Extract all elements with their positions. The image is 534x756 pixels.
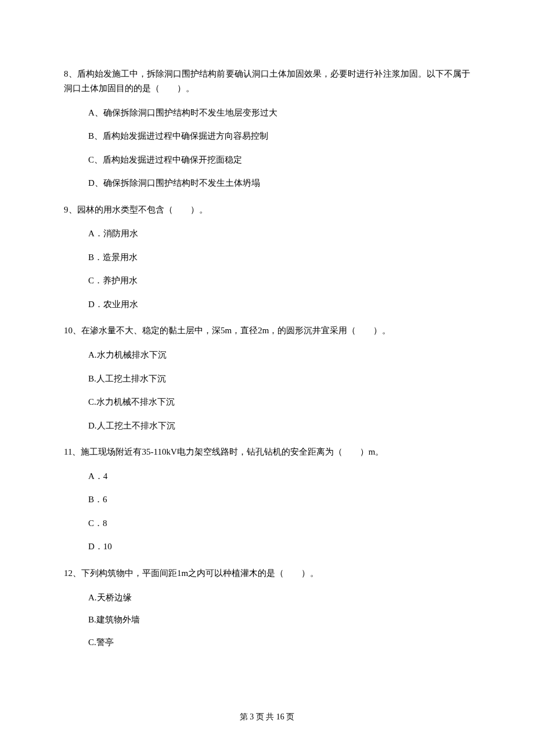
- option-d: D．10: [88, 540, 470, 553]
- question-body: 施工现场附近有35-110kV电力架空线路时，钻孔钻机的安全距离为（ ）m。: [81, 447, 384, 456]
- question-number: 12、: [64, 568, 81, 578]
- question-10: 10、在渗水量不大、稳定的黏土层中，深5m，直径2m，的圆形沉井宜采用（ ）。 …: [64, 323, 470, 432]
- option-a: A.水力机械排水下沉: [88, 348, 470, 362]
- option-c: C.水力机械不排水下沉: [88, 395, 470, 409]
- question-body: 在渗水量不大、稳定的黏土层中，深5m，直径2m，的圆形沉井宜采用（ ）。: [81, 326, 391, 335]
- question-11: 11、施工现场附近有35-110kV电力架空线路时，钻孔钻机的安全距离为（ ）m…: [64, 445, 470, 553]
- question-8: 8、盾构始发施工中，拆除洞口围护结构前要确认洞口土体加固效果，必要时进行补注浆加…: [64, 67, 470, 190]
- option-c: C.警亭: [88, 636, 470, 649]
- options: A．消防用水 B．造景用水 C．养护用水 D．农业用水: [64, 227, 470, 311]
- question-12: 12、下列构筑物中，平面间距1m之内可以种植灌木的是（ ）。 A.天桥边缘 B.…: [64, 566, 470, 649]
- option-d: D．农业用水: [88, 298, 470, 311]
- option-a: A、确保拆除洞口围护结构时不发生地层变形过大: [88, 106, 470, 120]
- options: A、确保拆除洞口围护结构时不发生地层变形过大 B、盾构始发掘进过程中确保掘进方向…: [64, 106, 470, 190]
- option-c: C、盾构始发掘进过程中确保开挖面稳定: [88, 153, 470, 167]
- options: A.水力机械排水下沉 B.人工挖土排水下沉 C.水力机械不排水下沉 D.人工挖土…: [64, 348, 470, 432]
- option-a: A．4: [88, 470, 470, 483]
- question-text: 8、盾构始发施工中，拆除洞口围护结构前要确认洞口土体加固效果，必要时进行补注浆加…: [64, 67, 470, 96]
- page-footer: 第 3 页 共 16 页: [0, 712, 534, 722]
- option-b: B.人工挖土排水下沉: [88, 372, 470, 386]
- question-text: 9、园林的用水类型不包含（ ）。: [64, 203, 470, 217]
- option-d: D.人工挖土不排水下沉: [88, 419, 470, 433]
- options: A．4 B．6 C．8 D．10: [64, 470, 470, 553]
- option-d: D、确保拆除洞口围护结构时不发生土体坍塌: [88, 177, 470, 190]
- option-b: B.建筑物外墙: [88, 613, 470, 627]
- page-content: 8、盾构始发施工中，拆除洞口围护结构前要确认洞口土体加固效果，必要时进行补注浆加…: [0, 0, 534, 649]
- option-b: B、盾构始发掘进过程中确保掘进方向容易控制: [88, 129, 470, 143]
- option-a: A．消防用水: [88, 227, 470, 240]
- question-body: 盾构始发施工中，拆除洞口围护结构前要确认洞口土体加固效果，必要时进行补注浆加固。…: [64, 69, 470, 93]
- option-c: C．8: [88, 517, 470, 530]
- option-b: B．6: [88, 493, 470, 506]
- question-number: 8、: [64, 69, 77, 78]
- question-number: 10、: [64, 326, 81, 335]
- question-number: 9、: [64, 205, 77, 214]
- question-body: 下列构筑物中，平面间距1m之内可以种植灌木的是（ ）。: [81, 568, 319, 578]
- question-number: 11、: [64, 447, 81, 456]
- option-c: C．养护用水: [88, 274, 470, 287]
- question-9: 9、园林的用水类型不包含（ ）。 A．消防用水 B．造景用水 C．养护用水 D．…: [64, 203, 470, 311]
- question-text: 11、施工现场附近有35-110kV电力架空线路时，钻孔钻机的安全距离为（ ）m…: [64, 445, 470, 459]
- question-body: 园林的用水类型不包含（ ）。: [77, 205, 208, 214]
- options: A.天桥边缘 B.建筑物外墙 C.警亭: [64, 591, 470, 649]
- option-a: A.天桥边缘: [88, 591, 470, 604]
- option-b: B．造景用水: [88, 251, 470, 264]
- question-text: 10、在渗水量不大、稳定的黏土层中，深5m，直径2m，的圆形沉井宜采用（ ）。: [64, 323, 470, 338]
- question-text: 12、下列构筑物中，平面间距1m之内可以种植灌木的是（ ）。: [64, 566, 470, 581]
